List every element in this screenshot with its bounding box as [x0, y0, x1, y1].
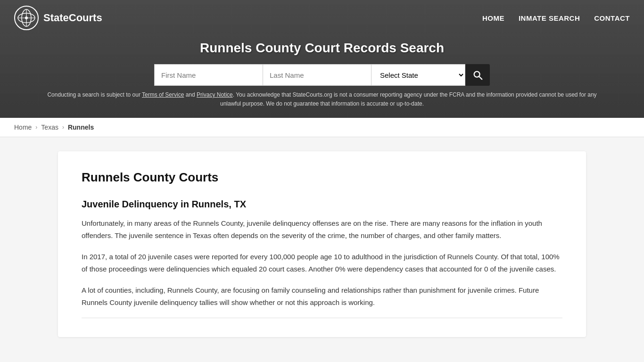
disclaimer: Conducting a search is subject to our Te…: [9, 86, 635, 108]
disclaimer-text3: . You acknowledge that StateCourts.org i…: [220, 91, 597, 107]
logo-icon: [14, 6, 39, 30]
search-form: Select State AlabamaAlaskaArizona Arkans…: [133, 64, 511, 86]
breadcrumb-home[interactable]: Home: [14, 123, 32, 131]
page-title: Runnels County Court Records Search: [9, 41, 635, 56]
logo-text: StateCourts: [43, 12, 102, 24]
breadcrumb-sep-2: ›: [62, 124, 64, 131]
svg-line-7: [479, 76, 482, 79]
main-wrapper: Runnels County Courts Juvenile Delinquen…: [44, 151, 600, 337]
nav-links: HOME INMATE SEARCH CONTACT: [482, 14, 630, 22]
nav-inmate-search[interactable]: INMATE SEARCH: [519, 14, 580, 22]
breadcrumb-state[interactable]: Texas: [41, 123, 58, 131]
navigation: StateCourts HOME INMATE SEARCH CONTACT: [0, 0, 644, 36]
content-divider: [82, 318, 562, 318]
first-name-input[interactable]: [154, 64, 263, 86]
nav-home[interactable]: HOME: [482, 14, 504, 22]
section1-para1: Unfortunately, in many areas of the Runn…: [82, 217, 562, 241]
breadcrumb-sep-1: ›: [35, 124, 37, 131]
breadcrumb: Home › Texas › Runnels: [0, 118, 644, 137]
search-button[interactable]: [465, 64, 490, 86]
search-icon: [472, 70, 483, 80]
privacy-link[interactable]: Privacy Notice: [197, 91, 233, 98]
site-header: StateCourts HOME INMATE SEARCH CONTACT R…: [0, 0, 644, 118]
last-name-input[interactable]: [263, 64, 371, 86]
section1-heading: Juvenile Delinquency in Runnels, TX: [82, 199, 562, 210]
section1-para2: In 2017, a total of 20 juvenile cases we…: [82, 251, 562, 275]
breadcrumb-county: Runnels: [68, 123, 94, 131]
disclaimer-text1: Conducting a search is subject to our: [47, 91, 142, 98]
state-select[interactable]: Select State AlabamaAlaskaArizona Arkans…: [371, 64, 465, 86]
content-card: Runnels County Courts Juvenile Delinquen…: [58, 151, 586, 337]
section1-para3: A lot of counties, including, Runnels Co…: [82, 284, 562, 308]
main-heading: Runnels County Courts: [82, 170, 562, 185]
nav-contact[interactable]: CONTACT: [594, 14, 630, 22]
disclaimer-text2: and: [184, 91, 197, 98]
header-content: Runnels County Court Records Search Sele…: [0, 36, 644, 118]
logo-link[interactable]: StateCourts: [14, 6, 102, 30]
terms-link[interactable]: Terms of Service: [142, 91, 184, 98]
